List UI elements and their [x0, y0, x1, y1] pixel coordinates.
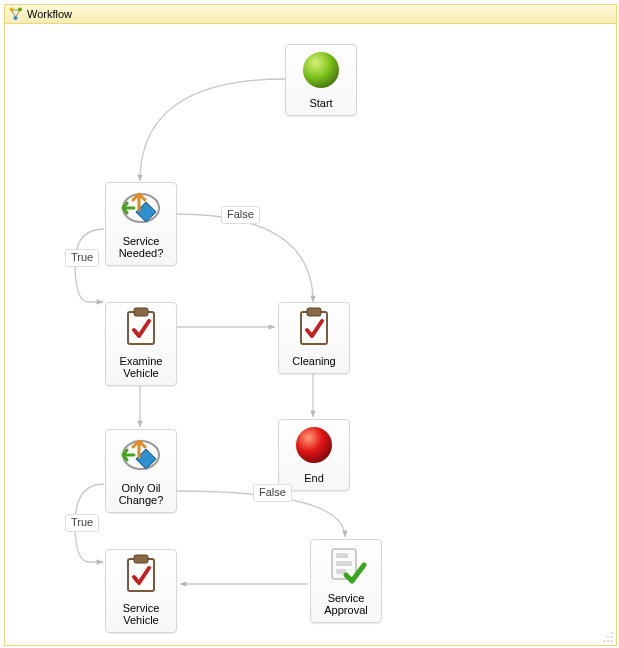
svg-point-0 — [10, 8, 14, 12]
node-examine-vehicle[interactable]: Examine Vehicle — [105, 302, 177, 386]
svg-point-22 — [603, 640, 605, 642]
svg-rect-9 — [307, 308, 321, 316]
clipboard-check-icon — [106, 550, 176, 600]
node-label: Examine Vehicle — [106, 353, 176, 385]
svg-rect-6 — [128, 312, 154, 344]
node-end[interactable]: End — [278, 419, 350, 491]
node-label: Service Vehicle — [106, 600, 176, 632]
workflow-canvas[interactable]: Start Service Needed? — [5, 24, 616, 645]
panel-header: Workflow — [5, 5, 616, 24]
start-icon — [286, 45, 356, 95]
node-start[interactable]: Start — [285, 44, 357, 116]
svg-point-10 — [296, 427, 332, 463]
svg-rect-17 — [336, 561, 352, 566]
node-label: Service Needed? — [106, 233, 176, 265]
svg-point-3 — [303, 52, 339, 88]
edge-label-true: True — [65, 249, 99, 267]
node-cleaning[interactable]: Cleaning — [278, 302, 350, 374]
edge-label-true: True — [65, 514, 99, 532]
node-label: Start — [286, 95, 356, 115]
svg-point-23 — [607, 640, 609, 642]
edge-label-false: False — [253, 484, 292, 502]
svg-rect-8 — [301, 312, 327, 344]
decision-icon — [106, 430, 176, 480]
node-label: Service Approval — [311, 590, 381, 622]
decision-icon — [106, 183, 176, 233]
node-only-oil-change[interactable]: Only Oil Change? — [105, 429, 177, 513]
workflow-icon — [9, 7, 23, 21]
node-label: Cleaning — [279, 353, 349, 373]
svg-point-2 — [14, 16, 18, 20]
svg-rect-14 — [134, 555, 148, 563]
svg-rect-7 — [134, 308, 148, 316]
resize-grip-icon[interactable] — [602, 631, 614, 643]
node-service-approval[interactable]: Service Approval — [310, 539, 382, 623]
svg-rect-16 — [336, 553, 348, 558]
clipboard-check-icon — [279, 303, 349, 353]
workflow-panel: Workflow — [4, 4, 617, 646]
panel-title: Workflow — [27, 5, 72, 23]
svg-point-24 — [611, 640, 613, 642]
clipboard-check-icon — [106, 303, 176, 353]
end-icon — [279, 420, 349, 470]
approval-icon — [311, 540, 381, 590]
svg-point-20 — [607, 636, 609, 638]
svg-rect-13 — [128, 559, 154, 591]
edge-label-false: False — [221, 206, 260, 224]
node-service-vehicle[interactable]: Service Vehicle — [105, 549, 177, 633]
node-service-needed[interactable]: Service Needed? — [105, 182, 177, 266]
node-label: Only Oil Change? — [106, 480, 176, 512]
svg-point-19 — [611, 632, 613, 634]
svg-point-21 — [611, 636, 613, 638]
